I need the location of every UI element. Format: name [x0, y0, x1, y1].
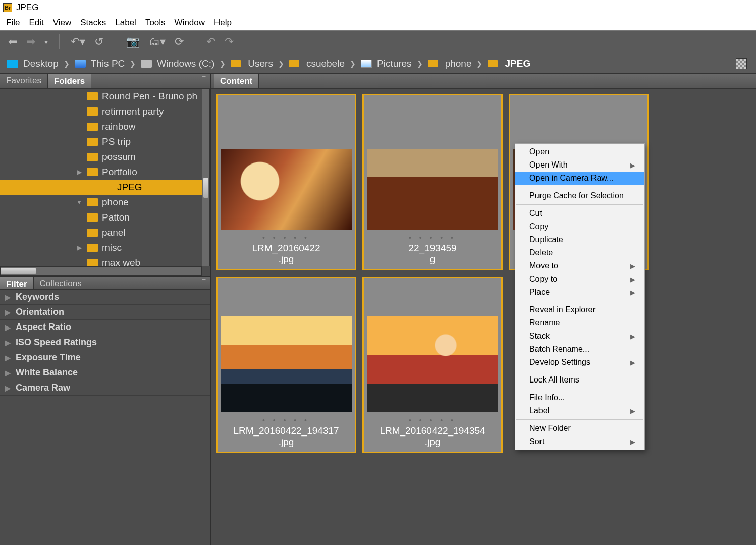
context-menu-item-duplicate[interactable]: Duplicate: [515, 233, 644, 246]
context-menu-item-open-with[interactable]: Open With▶: [515, 158, 644, 172]
context-menu-item-move-to[interactable]: Move to▶: [515, 259, 644, 272]
folder-row-jpeg[interactable]: JPEG: [0, 180, 210, 195]
folder-row-panel[interactable]: panel: [0, 225, 210, 240]
vertical-scrollbar[interactable]: [202, 89, 210, 266]
context-menu-item-stack[interactable]: Stack▶: [515, 330, 644, 343]
menu-label[interactable]: Label: [111, 16, 140, 29]
chevron-right-icon[interactable]: ❯: [220, 60, 226, 68]
rating-dots[interactable]: • • • • •: [409, 416, 456, 424]
menu-stacks[interactable]: Stacks: [76, 16, 110, 29]
rating-dots[interactable]: • • • • •: [262, 416, 310, 424]
panel-menu-icon[interactable]: ≡: [202, 74, 210, 88]
menu-tools[interactable]: Tools: [141, 16, 170, 29]
chevron-right-icon[interactable]: ▶: [5, 369, 11, 377]
crumb-pictures[interactable]: Pictures: [361, 58, 412, 69]
thumbnail-card[interactable]: • • • • •LRM_20160422.jpg: [216, 94, 356, 270]
filter-row-white-balance[interactable]: ▶White Balance: [0, 365, 210, 380]
context-menu-item-label[interactable]: Label▶: [515, 404, 644, 417]
menu-file[interactable]: File: [2, 16, 24, 29]
crumb-jpeg[interactable]: JPEG: [488, 58, 530, 69]
chevron-right-icon[interactable]: ❯: [64, 60, 70, 68]
crumb-users[interactable]: Users: [231, 58, 273, 69]
tab-filter[interactable]: Filter: [0, 277, 34, 289]
context-menu-item-copy[interactable]: Copy: [515, 220, 644, 233]
recent-dropdown-icon[interactable]: ▾: [44, 38, 48, 46]
folder-row-retirment-party[interactable]: retirment party: [0, 104, 210, 119]
folder-row-possum[interactable]: possum: [0, 149, 210, 165]
chevron-right-icon[interactable]: ❯: [476, 60, 482, 68]
panel-menu-icon[interactable]: ≡: [202, 277, 210, 289]
chevron-right-icon[interactable]: ▶: [5, 384, 11, 392]
filter-row-keywords[interactable]: ▶Keywords: [0, 290, 210, 305]
thumbnail-card[interactable]: • • • • •22_193459g: [362, 94, 503, 270]
thumbnail-card[interactable]: • • • • •LRM_20160422_194317.jpg: [216, 277, 356, 453]
tab-favorites[interactable]: Favorites: [0, 74, 48, 88]
filter-row-camera-raw[interactable]: ▶Camera Raw: [0, 380, 210, 396]
context-menu-item-batch-rename[interactable]: Batch Rename...: [515, 343, 644, 356]
context-menu-item-develop-settings[interactable]: Develop Settings▶: [515, 356, 644, 369]
context-menu-item-new-folder[interactable]: New Folder: [515, 422, 644, 435]
menu-view[interactable]: View: [49, 16, 76, 29]
tab-collections[interactable]: Collections: [34, 277, 88, 289]
transparency-toggle-icon[interactable]: [736, 58, 747, 69]
folder-row-ps-trip[interactable]: PS trip: [0, 134, 210, 149]
chevron-right-icon[interactable]: ▶: [5, 293, 11, 301]
filter-row-orientation[interactable]: ▶Orientation: [0, 305, 210, 320]
chevron-right-icon[interactable]: ❯: [130, 60, 136, 68]
context-menu-item-sort[interactable]: Sort▶: [515, 435, 644, 448]
filter-row-aspect-ratio[interactable]: ▶Aspect Ratio: [0, 320, 210, 335]
chevron-right-icon[interactable]: ❯: [350, 60, 356, 68]
tab-folders[interactable]: Folders: [48, 74, 91, 88]
context-menu-item-lock-all-items[interactable]: Lock All Items: [515, 373, 644, 387]
chevron-right-icon[interactable]: ▶: [76, 244, 83, 251]
filter-row-iso-speed-ratings[interactable]: ▶ISO Speed Ratings: [0, 335, 210, 350]
horizontal-scrollbar[interactable]: [0, 266, 202, 276]
context-menu-item-open-in-camera-raw[interactable]: Open in Camera Raw...: [515, 172, 644, 185]
rotate-ccw-icon[interactable]: ↺: [94, 35, 103, 48]
menu-window[interactable]: Window: [171, 16, 209, 29]
crumb-drive-c[interactable]: Windows (C:): [141, 58, 214, 69]
thumbnail-card[interactable]: • • • • •LRM_20160422_194354.jpg: [362, 277, 503, 453]
get-photos-icon[interactable]: 📷: [126, 35, 140, 48]
rating-dots[interactable]: • • • • •: [409, 234, 456, 242]
chevron-right-icon[interactable]: ▶: [5, 323, 11, 332]
context-menu-item-delete[interactable]: Delete: [515, 246, 644, 259]
output-icon[interactable]: 🗂▾: [149, 35, 166, 48]
filter-row-exposure-time[interactable]: ▶Exposure Time: [0, 350, 210, 365]
folder-row-patton[interactable]: Patton: [0, 210, 210, 225]
folder-row-misc[interactable]: ▶misc: [0, 240, 210, 255]
crumb-desktop[interactable]: Desktop: [7, 58, 59, 69]
menu-help[interactable]: Help: [210, 16, 236, 29]
chevron-right-icon[interactable]: ▶: [76, 169, 83, 176]
menu-edit[interactable]: Edit: [25, 16, 47, 29]
context-menu-item-open[interactable]: Open: [515, 145, 644, 158]
reveal-recent-icon[interactable]: ↶▾: [71, 35, 85, 48]
folder-row-portfolio[interactable]: ▶Portfolio: [0, 165, 210, 180]
forward-icon[interactable]: ➡: [26, 35, 35, 48]
folder-row-round-pen---bruno-ph[interactable]: Round Pen - Bruno ph: [0, 89, 210, 104]
folder-row-rainbow[interactable]: rainbow: [0, 119, 210, 134]
context-menu-item-purge-cache-for-selection[interactable]: Purge Cache for Selection: [515, 189, 644, 202]
tab-content[interactable]: Content: [214, 74, 259, 88]
chevron-right-icon[interactable]: ▶: [5, 308, 11, 316]
folder-row-phone[interactable]: ▼phone: [0, 195, 210, 210]
back-icon[interactable]: ⬅: [8, 35, 17, 48]
context-menu-item-file-info[interactable]: File Info...: [515, 391, 644, 404]
crumb-this-pc[interactable]: This PC: [75, 58, 125, 69]
chevron-down-icon[interactable]: ▼: [76, 199, 83, 206]
rotate-left-icon[interactable]: ↶: [206, 35, 215, 48]
chevron-right-icon[interactable]: ❯: [417, 60, 423, 68]
crumb-csuebele[interactable]: csuebele: [289, 58, 345, 69]
context-menu-item-cut[interactable]: Cut: [515, 207, 644, 220]
rating-dots[interactable]: • • • • •: [262, 234, 310, 242]
context-menu-item-place[interactable]: Place▶: [515, 286, 644, 299]
refresh-icon[interactable]: ⟳: [175, 35, 184, 48]
context-menu-item-copy-to[interactable]: Copy to▶: [515, 272, 644, 286]
chevron-right-icon[interactable]: ▶: [5, 339, 11, 347]
context-menu-item-reveal-in-explorer[interactable]: Reveal in Explorer: [515, 303, 644, 316]
rotate-right-icon[interactable]: ↷: [225, 35, 234, 48]
chevron-right-icon[interactable]: ▶: [5, 354, 11, 362]
crumb-phone[interactable]: phone: [428, 58, 472, 69]
context-menu-item-rename[interactable]: Rename: [515, 316, 644, 330]
chevron-right-icon[interactable]: ❯: [278, 60, 284, 68]
